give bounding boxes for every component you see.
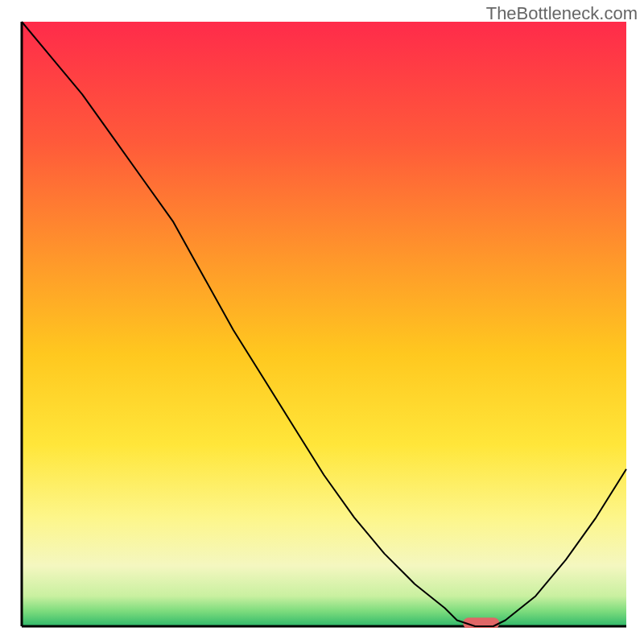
plot-area bbox=[20, 20, 628, 628]
watermark-text: TheBottleneck.com bbox=[486, 3, 638, 24]
gradient-background bbox=[22, 22, 626, 626]
chart-container: TheBottleneck.com bbox=[0, 0, 644, 644]
chart-svg bbox=[20, 20, 628, 628]
